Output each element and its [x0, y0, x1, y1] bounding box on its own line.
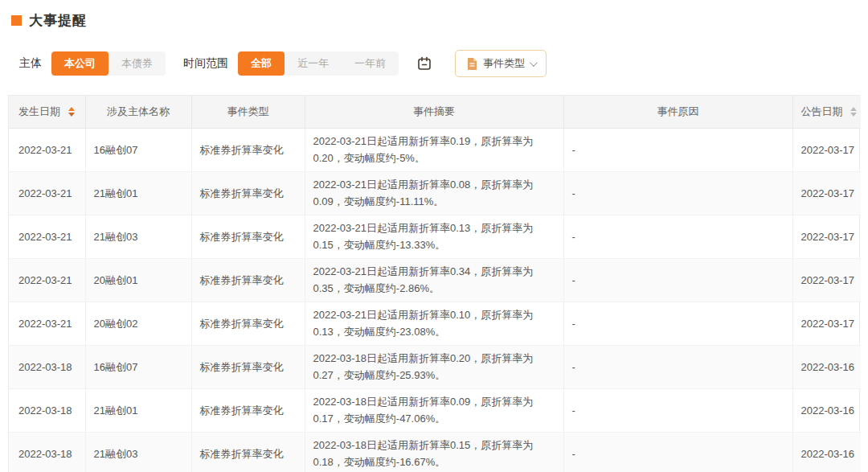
- cell-announce-date: 2022-03-17: [792, 302, 861, 345]
- time-range-filter-group: 全部 近一年 一年前: [238, 51, 399, 76]
- time-option-all[interactable]: 全部: [238, 51, 285, 76]
- cell-announce-date: 2022-03-17: [792, 128, 861, 171]
- table-row: 2022-03-2116融创07标准券折算率变化2022-03-21日起适用新折…: [9, 128, 861, 171]
- document-icon: [466, 57, 478, 71]
- column-header-event-type: 事件类型: [191, 96, 305, 128]
- cell-subject: 20融创02: [85, 302, 191, 345]
- cell-subject: 21融创03: [85, 432, 191, 472]
- cell-summary: 2022-03-21日起适用新折算率0.10，原折算率为0.13，变动幅度约-2…: [305, 302, 563, 345]
- cell-subject: 21融创01: [85, 388, 191, 432]
- column-header-label: 发生日期: [18, 105, 60, 117]
- column-header-label: 公告日期: [801, 105, 843, 117]
- column-header-subject: 涉及主体名称: [85, 96, 191, 128]
- calendar-icon: [416, 55, 432, 72]
- cell-summary: 2022-03-21日起适用新折算率0.19，原折算率为0.20，变动幅度约-5…: [305, 128, 563, 171]
- sort-icon[interactable]: [68, 107, 75, 117]
- table-row: 2022-03-1821融创01标准券折算率变化2022-03-18日起适用新折…: [9, 388, 861, 432]
- cell-reason: -: [563, 258, 792, 302]
- event-type-dropdown-button[interactable]: 事件类型: [455, 50, 547, 77]
- subject-filter-label: 主体: [19, 56, 42, 71]
- time-option-before-year[interactable]: 一年前: [342, 51, 399, 76]
- cell-event-type: 标准券折算率变化: [191, 432, 305, 472]
- column-header-announce-date[interactable]: 公告日期: [792, 96, 861, 128]
- cell-reason: -: [563, 388, 792, 432]
- cell-subject: 21融创01: [85, 171, 191, 215]
- cell-summary: 2022-03-21日起适用新折算率0.34，原折算率为0.35，变动幅度约-2…: [305, 258, 563, 302]
- title-marker-icon: [11, 15, 22, 26]
- page-header: 大事提醒: [11, 11, 87, 30]
- cell-event-type: 标准券折算率变化: [191, 171, 305, 215]
- filter-bar: 主体 本公司 本债券 时间范围 全部 近一年 一年前 事件类型: [19, 49, 860, 78]
- table-row: 2022-03-2121融创03标准券折算率变化2022-03-21日起适用新折…: [9, 215, 861, 258]
- cell-reason: -: [563, 128, 792, 171]
- cell-occur-date: 2022-03-21: [9, 171, 85, 215]
- cell-announce-date: 2022-03-17: [792, 215, 861, 258]
- cell-event-type: 标准券折算率变化: [191, 302, 305, 345]
- cell-occur-date: 2022-03-21: [9, 215, 85, 258]
- cell-occur-date: 2022-03-21: [9, 302, 85, 345]
- cell-occur-date: 2022-03-18: [9, 345, 85, 388]
- cell-summary: 2022-03-18日起适用新折算率0.09，原折算率为0.17，变动幅度约-4…: [305, 388, 563, 432]
- table-header-row: 发生日期 涉及主体名称 事件类型 事件摘要 事件原因 公告日期: [9, 96, 861, 128]
- subject-filter-group: 本公司 本债券: [51, 51, 166, 76]
- sort-icon[interactable]: [850, 107, 857, 117]
- table-row: 2022-03-2121融创01标准券折算率变化2022-03-21日起适用新折…: [9, 171, 861, 215]
- column-header-label: 事件原因: [657, 105, 699, 117]
- table-row: 2022-03-2120融创02标准券折算率变化2022-03-21日起适用新折…: [9, 302, 861, 345]
- column-header-label: 事件类型: [227, 105, 269, 117]
- cell-announce-date: 2022-03-16: [792, 345, 861, 388]
- chevron-down-icon: [530, 59, 538, 67]
- cell-subject: 20融创01: [85, 258, 191, 302]
- cell-summary: 2022-03-18日起适用新折算率0.15，原折算率为0.18，变动幅度约-1…: [305, 432, 563, 472]
- cell-event-type: 标准券折算率变化: [191, 258, 305, 302]
- cell-announce-date: 2022-03-17: [792, 171, 861, 215]
- column-header-occur-date[interactable]: 发生日期: [9, 96, 85, 128]
- table-row: 2022-03-1816融创07标准券折算率变化2022-03-18日起适用新折…: [9, 345, 861, 388]
- cell-occur-date: 2022-03-21: [9, 258, 85, 302]
- cell-occur-date: 2022-03-21: [9, 128, 85, 171]
- cell-subject: 21融创03: [85, 215, 191, 258]
- cell-summary: 2022-03-21日起适用新折算率0.13，原折算率为0.15，变动幅度约-1…: [305, 215, 563, 258]
- column-header-label: 事件摘要: [413, 105, 455, 117]
- event-type-dropdown-label: 事件类型: [483, 56, 525, 71]
- events-table: 发生日期 涉及主体名称 事件类型 事件摘要 事件原因 公告日期: [8, 95, 860, 472]
- column-header-label: 涉及主体名称: [107, 105, 170, 117]
- cell-reason: -: [563, 171, 792, 215]
- cell-subject: 16融创07: [85, 345, 191, 388]
- calendar-button[interactable]: [411, 51, 437, 76]
- cell-occur-date: 2022-03-18: [9, 388, 85, 432]
- cell-event-type: 标准券折算率变化: [191, 128, 305, 171]
- column-header-summary: 事件摘要: [305, 96, 563, 128]
- cell-announce-date: 2022-03-17: [792, 258, 861, 302]
- page-title: 大事提醒: [29, 11, 87, 30]
- cell-summary: 2022-03-21日起适用新折算率0.08，原折算率为0.09，变动幅度约-1…: [305, 171, 563, 215]
- cell-reason: -: [563, 432, 792, 472]
- cell-reason: -: [563, 345, 792, 388]
- cell-reason: -: [563, 302, 792, 345]
- subject-option-bond[interactable]: 本债券: [108, 51, 166, 76]
- table-row: 2022-03-2120融创01标准券折算率变化2022-03-21日起适用新折…: [9, 258, 861, 302]
- cell-event-type: 标准券折算率变化: [191, 388, 305, 432]
- time-range-filter-label: 时间范围: [183, 56, 228, 71]
- time-option-past-year[interactable]: 近一年: [285, 51, 342, 76]
- cell-subject: 16融创07: [85, 128, 191, 171]
- column-header-reason: 事件原因: [563, 96, 792, 128]
- cell-event-type: 标准券折算率变化: [191, 215, 305, 258]
- cell-reason: -: [563, 215, 792, 258]
- cell-summary: 2022-03-18日起适用新折算率0.20，原折算率为0.27，变动幅度约-2…: [305, 345, 563, 388]
- cell-announce-date: 2022-03-16: [792, 388, 861, 432]
- table-row: 2022-03-1821融创03标准券折算率变化2022-03-18日起适用新折…: [9, 432, 861, 472]
- cell-event-type: 标准券折算率变化: [191, 345, 305, 388]
- cell-announce-date: 2022-03-16: [792, 432, 861, 472]
- subject-option-company[interactable]: 本公司: [51, 51, 108, 76]
- cell-occur-date: 2022-03-18: [9, 432, 85, 472]
